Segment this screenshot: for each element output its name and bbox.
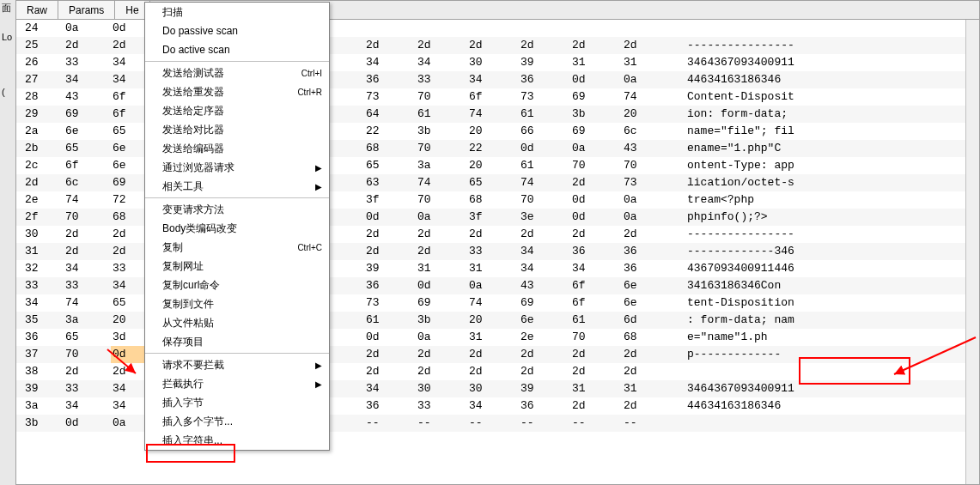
hex-cell[interactable] <box>519 20 570 37</box>
menu-item[interactable]: 复制Ctrl+C <box>145 238 329 257</box>
hex-cell[interactable]: 6e <box>622 294 673 312</box>
hex-cell[interactable]: 74 <box>64 191 111 209</box>
hex-cell[interactable]: 34 <box>467 397 519 415</box>
hex-cell[interactable]: 73 <box>622 174 673 191</box>
menu-item[interactable]: Do active scan <box>145 40 329 59</box>
hex-cell[interactable]: 30 <box>416 380 467 397</box>
hex-cell[interactable]: 30 <box>467 54 519 71</box>
hex-cell[interactable]: 2d <box>519 363 570 380</box>
hex-cell[interactable]: 36 <box>622 243 673 260</box>
hex-cell[interactable] <box>570 20 622 37</box>
hex-cell[interactable]: 74 <box>467 294 519 312</box>
hex-cell[interactable]: 34 <box>519 260 570 277</box>
hex-cell[interactable]: 70 <box>570 157 622 174</box>
tab-raw[interactable]: Raw <box>16 1 58 19</box>
hex-cell[interactable]: 2d <box>364 346 416 363</box>
hex-cell[interactable]: 36 <box>364 71 416 88</box>
hex-cell[interactable]: -- <box>622 415 673 432</box>
hex-cell[interactable] <box>416 20 467 37</box>
hex-cell[interactable]: 6f <box>570 294 622 312</box>
menu-item[interactable]: 变更请求方法 <box>145 200 329 219</box>
hex-cell[interactable]: 74 <box>519 174 570 191</box>
hex-cell[interactable]: 6f <box>570 277 622 294</box>
menu-item[interactable]: 插入字符串... <box>145 431 329 450</box>
menu-item[interactable]: Body类编码改变 <box>145 219 329 238</box>
hex-cell[interactable]: 2d <box>622 37 673 54</box>
hex-cell[interactable]: 33 <box>64 380 111 397</box>
hex-cell[interactable]: 2d <box>364 363 416 380</box>
hex-cell[interactable]: 0d <box>570 71 622 88</box>
hex-cell[interactable]: 61 <box>416 106 467 123</box>
hex-cell[interactable]: 6f <box>467 88 519 106</box>
hex-cell[interactable]: 36 <box>364 277 416 294</box>
hex-cell[interactable]: 33 <box>64 54 111 71</box>
hex-cell[interactable]: -- <box>364 415 416 432</box>
hex-cell[interactable]: 0a <box>416 329 467 346</box>
hex-cell[interactable]: 3e <box>519 209 570 226</box>
hex-cell[interactable]: 0d <box>570 191 622 209</box>
hex-cell[interactable]: 6f <box>64 157 111 174</box>
hex-cell[interactable]: 68 <box>622 329 673 346</box>
hex-cell[interactable]: 0a <box>64 20 111 37</box>
hex-cell[interactable]: 65 <box>364 157 416 174</box>
hex-cell[interactable]: 2d <box>570 346 622 363</box>
menu-item[interactable]: 发送给对比器 <box>145 120 329 139</box>
hex-cell[interactable]: 2d <box>467 37 519 54</box>
hex-cell[interactable]: 43 <box>64 88 111 106</box>
hex-cell[interactable]: 65 <box>467 174 519 191</box>
hex-cell[interactable]: 70 <box>519 191 570 209</box>
hex-cell[interactable]: 74 <box>467 106 519 123</box>
hex-cell[interactable]: 73 <box>364 88 416 106</box>
hex-cell[interactable]: 34 <box>570 260 622 277</box>
hex-cell[interactable]: -- <box>467 415 519 432</box>
hex-cell[interactable]: 0d <box>570 209 622 226</box>
hex-cell[interactable]: 36 <box>364 397 416 415</box>
hex-cell[interactable]: 64 <box>364 106 416 123</box>
hex-cell[interactable]: 2d <box>570 37 622 54</box>
hex-cell[interactable]: 31 <box>622 54 673 71</box>
hex-cell[interactable]: 74 <box>416 174 467 191</box>
hex-cell[interactable]: 2d <box>467 363 519 380</box>
hex-cell[interactable]: 0d <box>64 415 111 432</box>
hex-cell[interactable]: 31 <box>570 54 622 71</box>
menu-item[interactable]: Do passive scan <box>145 21 329 40</box>
hex-cell[interactable]: 6d <box>622 312 673 329</box>
hex-cell[interactable]: 33 <box>467 243 519 260</box>
hex-cell[interactable]: 69 <box>570 88 622 106</box>
hex-cell[interactable]: 20 <box>467 157 519 174</box>
hex-cell[interactable]: -- <box>416 415 467 432</box>
menu-item[interactable]: 相关工具▶ <box>145 177 329 196</box>
hex-cell[interactable]: 2d <box>416 226 467 243</box>
menu-item[interactable]: 复制curl命令 <box>145 276 329 294</box>
hex-cell[interactable]: 2d <box>519 37 570 54</box>
hex-cell[interactable]: 0d <box>364 329 416 346</box>
hex-cell[interactable]: 2d <box>570 174 622 191</box>
hex-cell[interactable]: 2d <box>64 226 111 243</box>
hex-cell[interactable]: 63 <box>364 174 416 191</box>
hex-cell[interactable]: 36 <box>622 260 673 277</box>
hex-cell[interactable]: 34 <box>64 397 111 415</box>
hex-cell[interactable]: 2d <box>622 397 673 415</box>
hex-cell[interactable]: 2d <box>519 346 570 363</box>
hex-cell[interactable]: 61 <box>364 312 416 329</box>
hex-cell[interactable]: 2d <box>570 363 622 380</box>
hex-cell[interactable]: 2d <box>416 243 467 260</box>
hex-cell[interactable]: 39 <box>519 380 570 397</box>
menu-item[interactable]: 保存项目 <box>145 332 329 351</box>
hex-cell[interactable]: 69 <box>64 106 111 123</box>
hex-cell[interactable]: 73 <box>519 88 570 106</box>
hex-cell[interactable]: 2d <box>570 397 622 415</box>
hex-cell[interactable]: 2d <box>467 346 519 363</box>
hex-cell[interactable]: 2d <box>364 37 416 54</box>
hex-cell[interactable]: 43 <box>622 140 673 157</box>
hex-cell[interactable]: 66 <box>519 123 570 140</box>
hex-cell[interactable]: 6e <box>622 277 673 294</box>
menu-item[interactable]: 复制到文件 <box>145 294 329 313</box>
hex-cell[interactable]: 6e <box>64 123 111 140</box>
hex-cell[interactable]: 68 <box>467 191 519 209</box>
hex-cell[interactable] <box>467 20 519 37</box>
hex-cell[interactable]: 0a <box>622 209 673 226</box>
hex-cell[interactable]: 36 <box>519 397 570 415</box>
hex-cell[interactable]: 2d <box>416 346 467 363</box>
hex-cell[interactable]: 70 <box>416 88 467 106</box>
